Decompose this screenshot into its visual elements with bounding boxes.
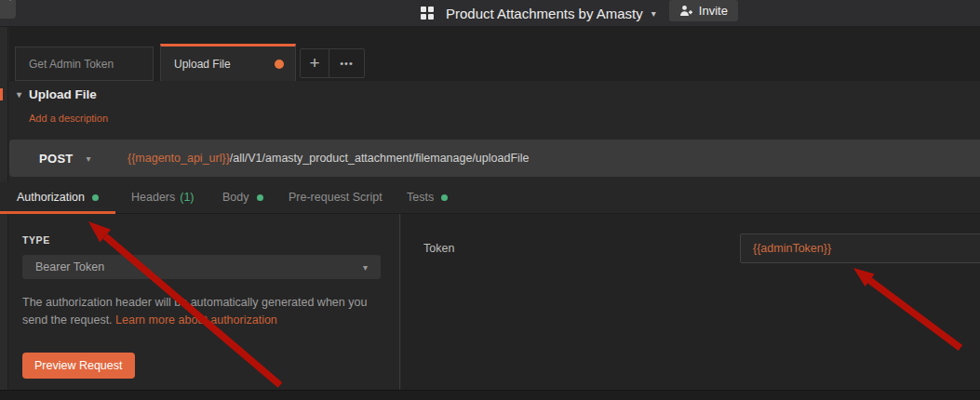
invite-button[interactable]: Invite (669, 0, 738, 21)
token-label: Token (423, 242, 454, 255)
tab-tests[interactable]: Tests (407, 191, 448, 204)
token-input[interactable]: {{adminToken}} (740, 233, 980, 263)
person-add-icon (679, 5, 692, 17)
method-label: POST (39, 152, 74, 166)
auth-type-select[interactable]: Bearer Token ▾ (22, 255, 381, 279)
tab-authorization[interactable]: Authorization (17, 191, 99, 204)
authorization-panel: TYPE Bearer Token ▾ The authorization he… (8, 214, 400, 390)
learn-more-link[interactable]: Learn more about authorization (115, 313, 277, 327)
tab-label: Pre-request Script (289, 191, 383, 204)
auth-type-value: Bearer Token (35, 260, 104, 273)
type-label: TYPE (22, 234, 50, 246)
corner-toggle-button[interactable]: ▾ (0, 0, 16, 19)
url-bar: POST ▾ {{magento_api_url}}/all/V1/amasty… (9, 140, 980, 177)
url-path: /all/V1/amasty_product_attachment/filema… (230, 152, 530, 165)
main-area: Get Admin Token Upload File + ••• ▾ Uplo… (0, 27, 980, 400)
preview-request-button[interactable]: Preview Request (22, 353, 135, 379)
configured-dot (92, 194, 99, 201)
token-panel: Token {{adminToken}} (401, 214, 980, 390)
top-bar: ▾ Product Attachments by Amasty ▾ Invite (0, 0, 980, 27)
tab-options-button[interactable]: ••• (329, 49, 364, 77)
tab-get-admin-token[interactable]: Get Admin Token (15, 47, 154, 81)
ellipsis-icon: ••• (340, 58, 354, 69)
add-description-link[interactable]: Add a description (29, 113, 108, 124)
unsaved-changes-dot (275, 60, 284, 69)
tab-label: Get Admin Token (29, 58, 114, 71)
plus-icon: + (309, 53, 319, 73)
request-tab-strip: Get Admin Token Upload File + ••• (9, 27, 980, 81)
chevron-down-icon: ▾ (651, 8, 656, 19)
bottom-divider (0, 390, 980, 400)
tab-label: Tests (407, 191, 434, 204)
new-tab-button[interactable]: + (301, 49, 329, 77)
tab-label: Upload File (174, 58, 231, 71)
auth-help-text: The authorization header will be automat… (22, 294, 381, 328)
method-selector[interactable]: POST ▾ (9, 152, 118, 166)
tab-label: Body (222, 191, 249, 204)
invite-label: Invite (699, 4, 728, 18)
tab-label: Headers (131, 191, 175, 204)
tab-body[interactable]: Body (222, 191, 263, 204)
postman-window: ▾ Product Attachments by Amasty ▾ Invite (0, 0, 980, 400)
url-input[interactable]: {{magento_api_url}}/all/V1/amasty_produc… (118, 152, 980, 165)
workspace-switcher[interactable]: Product Attachments by Amasty ▾ (421, 6, 669, 21)
chevron-down-icon: ▾ (8, 0, 12, 3)
workspace-title: Product Attachments by Amasty (446, 6, 643, 21)
collapse-chevron-icon[interactable]: ▾ (17, 89, 21, 100)
url-environment-variable: {{magento_api_url}} (128, 152, 230, 165)
chevron-down-icon: ▾ (363, 262, 368, 273)
request-title: Upload File (29, 87, 97, 101)
configured-dot (441, 194, 448, 201)
chevron-down-icon: ▾ (87, 153, 91, 164)
tab-label: Authorization (17, 191, 85, 204)
tab-upload-file[interactable]: Upload File (160, 44, 296, 81)
sidebar-orange-indicator (0, 88, 3, 100)
workspace-grid-icon (421, 7, 435, 20)
tab-headers[interactable]: Headers (1) (131, 191, 195, 204)
configured-dot (257, 194, 263, 201)
request-section-tabs: Authorization Headers (1) Body Pre-reque… (0, 182, 980, 214)
headers-count: (1) (180, 191, 194, 204)
tab-pre-request-script[interactable]: Pre-request Script (289, 191, 383, 204)
